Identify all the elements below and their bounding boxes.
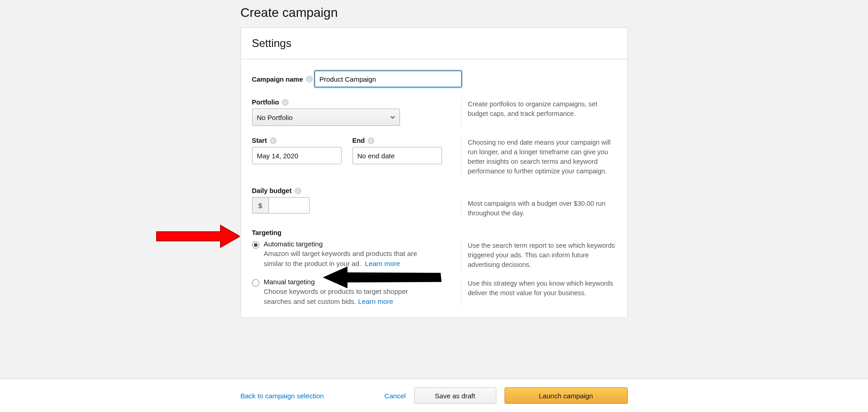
- settings-panel-header: Settings: [241, 28, 627, 59]
- portfolio-select[interactable]: No Portfolio: [252, 109, 400, 126]
- settings-heading: Settings: [252, 37, 616, 50]
- daily-budget-label: Daily budget i: [252, 187, 301, 194]
- targeting-auto-help: Use the search term report to see which …: [461, 241, 616, 270]
- targeting-auto-desc: Amazon will target keywords and products…: [264, 249, 434, 269]
- campaign-name-label: Campaign name i: [252, 76, 313, 83]
- info-icon[interactable]: i: [368, 137, 374, 144]
- targeting-heading: Targeting: [252, 229, 616, 236]
- targeting-manual-option[interactable]: Manual targeting Choose keywords or prod…: [252, 278, 434, 307]
- svg-marker-0: [157, 225, 240, 247]
- chevron-down-icon: [390, 115, 395, 120]
- info-icon[interactable]: i: [270, 137, 277, 144]
- portfolio-help: Create portfolios to organize campaigns,…: [461, 99, 616, 126]
- radio-icon[interactable]: [252, 241, 259, 249]
- settings-panel-body: Campaign name i Portfolio i No Portfolio: [241, 59, 627, 318]
- info-icon[interactable]: i: [306, 76, 313, 83]
- targeting-automatic-option[interactable]: Automatic targeting Amazon will target k…: [252, 240, 434, 269]
- settings-panel: Settings Campaign name i Portfolio: [241, 27, 628, 318]
- learn-more-link[interactable]: Learn more: [365, 260, 400, 267]
- targeting-manual-title: Manual targeting: [264, 278, 434, 286]
- info-icon[interactable]: i: [282, 99, 289, 106]
- end-date-input[interactable]: No end date: [352, 147, 442, 164]
- page-title: Create campaign: [241, 0, 628, 27]
- targeting-auto-title: Automatic targeting: [264, 240, 434, 248]
- targeting-manual-help: Use this strategy when you know which ke…: [461, 279, 616, 307]
- portfolio-label: Portfolio i: [252, 99, 289, 106]
- currency-prefix: $: [252, 197, 268, 214]
- learn-more-link[interactable]: Learn more: [358, 297, 393, 305]
- daily-budget-input[interactable]: [268, 197, 310, 214]
- dates-help: Choosing no end date means your campaign…: [461, 138, 616, 176]
- end-date-label: End i: [352, 137, 374, 144]
- start-date-input[interactable]: May 14, 2020: [252, 147, 342, 164]
- targeting-manual-desc: Choose keywords or products to target sh…: [264, 287, 434, 307]
- radio-icon[interactable]: [252, 279, 259, 287]
- arrow-annotation-red: [154, 223, 240, 250]
- info-icon[interactable]: i: [295, 188, 301, 194]
- start-date-label: Start i: [252, 137, 277, 144]
- budget-help: Most campaigns with a budget over $30.00…: [461, 199, 616, 218]
- portfolio-selected: No Portfolio: [257, 114, 293, 121]
- campaign-name-input[interactable]: [314, 70, 462, 88]
